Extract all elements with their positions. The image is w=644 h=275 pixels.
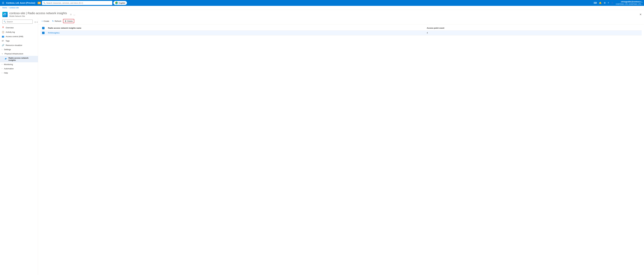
sidebar-item-label: Activity log: [6, 31, 15, 33]
sidebar-item-monitoring[interactable]: › Monitoring: [0, 62, 38, 66]
resource-icon: [2, 12, 8, 17]
ran-insights-icon: [5, 58, 7, 60]
delete-label: Delete: [67, 20, 73, 22]
sidebar-item-access-control[interactable]: 👥 Access control (IAM): [0, 34, 38, 39]
sidebar-item-label: Overview: [6, 27, 14, 29]
main-content: + Create ↻ Refresh 🗑 Delete ✓: [38, 18, 644, 275]
row-checkbox[interactable]: ✓: [42, 32, 44, 34]
ran-insights-link[interactable]: RANInsights1: [48, 32, 60, 34]
close-button[interactable]: ✕: [640, 13, 642, 16]
svg-rect-2: [4, 14, 6, 16]
sidebar-item-physical-infrastructure[interactable]: ∨ Physical infrastructure: [0, 52, 38, 56]
refresh-button[interactable]: ↻ Refresh: [51, 19, 62, 23]
copilot-label: Copilot: [119, 2, 125, 4]
sidebar-item-resource-visualizer[interactable]: 🔗 Resource visualizer: [0, 43, 38, 47]
user-profile-icon[interactable]: 👤: [611, 1, 614, 4]
topnav-icon-group: ⌨ 🔔 ⚙ ? 👤 chrisqpublic@contoso.c... CONT…: [594, 1, 643, 5]
favorite-icon[interactable]: ☆: [70, 13, 72, 16]
page-header: contoso-site | Radio access network insi…: [0, 10, 644, 18]
notifications-icon[interactable]: 🔔: [599, 1, 602, 4]
sidebar: 🔍 ◇ « 📍 Overview 📋 Activity log 👥 Access…: [0, 18, 38, 275]
access-control-icon: 👥: [2, 35, 4, 37]
sidebar-item-label: Help: [4, 72, 8, 74]
select-all-checkbox[interactable]: ✓: [42, 27, 44, 29]
copilot-button[interactable]: Copilot: [114, 1, 127, 5]
sidebar-collapse-icon[interactable]: «: [36, 21, 38, 23]
global-search-input[interactable]: [46, 2, 111, 4]
sidebar-item-label: Radio access network insights: [8, 57, 36, 61]
page-title-separator: | Radio access network insights: [25, 11, 67, 15]
refresh-icon: ↻: [52, 20, 54, 22]
monitoring-expand-icon: ›: [2, 64, 2, 65]
top-navigation: ☰ Contoso, Ltd. Azure (Preview) ⚙ 🔍 Copi…: [0, 0, 644, 6]
th-count: Access point count: [425, 25, 642, 30]
sidebar-item-tags[interactable]: 🏷 Tags: [0, 39, 38, 43]
sidebar-search-input[interactable]: [7, 21, 31, 23]
copilot-logo-icon: [115, 1, 118, 4]
refresh-label: Refresh: [54, 20, 61, 22]
physical-infrastructure-expand-icon: ∨: [2, 53, 3, 54]
sidebar-item-activity-log[interactable]: 📋 Activity log: [0, 30, 38, 34]
help-icon[interactable]: ?: [608, 1, 609, 4]
sidebar-search-icon: 🔍: [4, 21, 6, 23]
row-checkbox-cell[interactable]: ✓: [40, 30, 46, 35]
user-name: chrisqpublic@contoso.c...: [616, 1, 643, 3]
more-options-icon[interactable]: ...: [73, 13, 75, 16]
activity-log-icon: 📋: [2, 31, 4, 33]
sidebar-item-label: Automation: [4, 67, 14, 70]
sidebar-item-ran-insights[interactable]: Radio access network insights: [0, 56, 38, 62]
th-checkbox[interactable]: ✓: [40, 25, 46, 30]
sidebar-item-settings[interactable]: › Settings: [0, 47, 38, 52]
delete-button[interactable]: 🗑 Delete: [63, 19, 74, 23]
settings-icon[interactable]: ⚙: [604, 1, 606, 4]
breadcrumb-home[interactable]: Home: [2, 7, 7, 9]
sidebar-search-box[interactable]: 🔍: [2, 19, 33, 24]
user-info[interactable]: chrisqpublic@contoso.c... CONTOSO, LTD. …: [616, 1, 643, 5]
hamburger-menu-icon[interactable]: ☰: [1, 1, 5, 5]
resource-name: contoso-site: [9, 11, 25, 15]
global-search-icon: 🔍: [43, 2, 46, 4]
delete-icon: 🗑: [64, 20, 66, 22]
create-button[interactable]: + Create: [40, 19, 50, 23]
automation-expand-icon: ›: [2, 68, 2, 69]
sidebar-item-automation[interactable]: › Automation: [0, 66, 38, 71]
sidebar-item-label: Tags: [6, 40, 10, 42]
resource-visualizer-icon: 🔗: [2, 44, 4, 46]
row-count-cell: 4: [425, 30, 642, 35]
table-row[interactable]: ✓ RANInsights1 4: [40, 30, 642, 35]
page-subtitle: Mobile Network Site: [9, 15, 67, 17]
page-header-actions: ☆ ...: [70, 13, 75, 16]
breadcrumb-current[interactable]: contoso-site: [9, 7, 19, 9]
th-name: Radio access network insights name: [46, 25, 425, 30]
ran-insights-table: ✓ Radio access network insights name Acc…: [40, 25, 642, 35]
breadcrumb-separator: ›: [8, 7, 8, 9]
toolbar: + Create ↻ Refresh 🗑 Delete: [38, 18, 644, 24]
settings-expand-icon: ›: [2, 49, 2, 50]
user-tenant: CONTOSO, LTD. (CONTOSO, LTD....: [616, 3, 643, 5]
terminal-icon[interactable]: ⌨: [594, 1, 597, 4]
page-title: contoso-site | Radio access network insi…: [9, 11, 67, 15]
sidebar-item-label: Access control (IAM): [6, 35, 23, 37]
breadcrumb: Home › contoso-site: [0, 6, 644, 10]
row-name-cell: RANInsights1: [46, 30, 425, 35]
sidebar-item-overview[interactable]: 📍 Overview: [0, 25, 38, 30]
sidebar-item-label: Physical infrastructure: [4, 53, 23, 55]
preview-badge: ⚙: [38, 2, 41, 4]
sidebar-item-label: Resource visualizer: [6, 44, 22, 46]
create-label: Create: [44, 20, 49, 22]
page-title-block: contoso-site | Radio access network insi…: [9, 11, 67, 17]
row-checkmark-icon: ✓: [43, 32, 44, 34]
create-icon: +: [42, 20, 43, 22]
global-search-box[interactable]: 🔍: [42, 1, 112, 5]
sidebar-diamond-icon[interactable]: ◇: [34, 21, 36, 23]
table-container: ✓ Radio access network insights name Acc…: [38, 24, 644, 275]
checkmark-icon: ✓: [43, 27, 44, 29]
sidebar-item-help[interactable]: › Help: [0, 71, 38, 75]
sidebar-item-label: Settings: [4, 48, 11, 51]
tags-icon: 🏷: [2, 40, 4, 42]
main-layout: 🔍 ◇ « 📍 Overview 📋 Activity log 👥 Access…: [0, 18, 644, 275]
overview-icon: 📍: [2, 26, 4, 29]
svg-rect-4: [6, 58, 6, 59]
tenant-title: Contoso, Ltd. Azure (Preview): [6, 2, 35, 4]
help-expand-icon: ›: [2, 72, 2, 74]
